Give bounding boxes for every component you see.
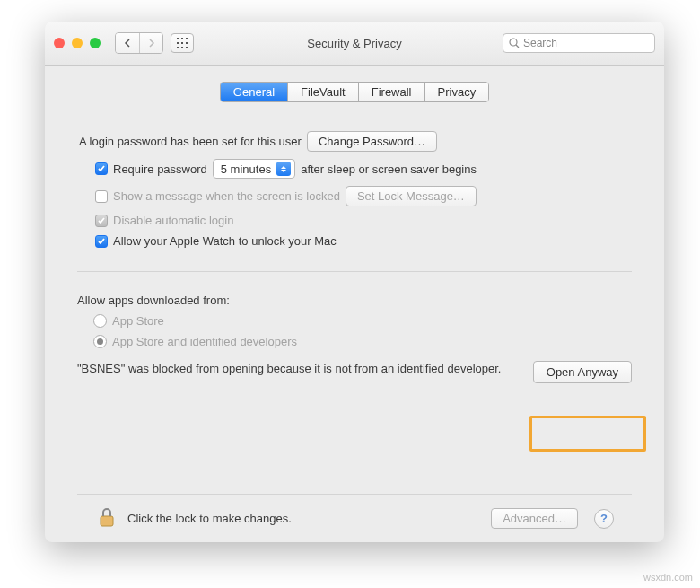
apple-watch-label: Allow your Apple Watch to unlock your Ma… [113,234,337,248]
apple-watch-checkbox[interactable] [95,235,108,248]
open-anyway-button[interactable]: Open Anyway [533,361,632,383]
preferences-window: Security & Privacy Search General FileVa… [45,22,664,542]
radio-identified-developers-label: App Store and identified developers [112,335,297,348]
after-sleep-label: after sleep or screen saver begins [301,162,477,176]
radio-app-store-label: App Store [112,314,164,328]
search-input[interactable]: Search [503,33,655,53]
back-button[interactable] [116,33,139,53]
search-icon [509,38,520,48]
tab-firewall[interactable]: Firewall [358,83,424,101]
require-password-label: Require password [113,162,207,176]
svg-rect-7 [181,47,183,48]
close-icon[interactable] [54,38,65,48]
lock-icon[interactable] [95,505,118,531]
svg-rect-5 [186,42,188,44]
show-message-label: Show a message when the screen is locked [113,189,340,203]
set-lock-message-button[interactable]: Set Lock Message… [346,186,477,206]
minimize-icon[interactable] [72,38,83,48]
allow-apps-section: Allow apps downloaded from: App Store Ap… [77,286,632,383]
tab-bar: General FileVault Firewall Privacy [77,82,632,102]
svg-point-9 [510,39,517,46]
search-placeholder: Search [523,37,557,49]
svg-rect-0 [177,38,179,39]
divider [77,271,632,272]
disable-auto-login-label: Disable automatic login [113,214,233,227]
svg-rect-8 [186,47,188,48]
lock-hint-text: Click the lock to make changes. [127,512,292,525]
login-set-text: A login password has been set for this u… [79,135,302,148]
nav-buttons [115,32,163,54]
svg-rect-4 [181,42,183,44]
show-message-checkbox[interactable] [95,190,108,203]
window-controls [54,38,101,48]
footer: Click the lock to make changes. Advanced… [77,494,632,542]
radio-identified-developers[interactable] [93,335,107,348]
chevron-updown-icon [276,162,291,176]
watermark: wsxdn.com [643,572,693,583]
tab-filevault[interactable]: FileVault [287,83,358,101]
tab-privacy[interactable]: Privacy [424,83,489,101]
forward-button[interactable] [139,33,162,53]
help-button[interactable]: ? [594,509,614,529]
zoom-icon[interactable] [90,38,101,48]
titlebar: Security & Privacy Search [45,22,664,66]
pane-body: General FileVault Firewall Privacy A log… [45,66,664,542]
delay-select[interactable]: 5 minutes [213,159,295,179]
annotation-highlight [529,416,646,452]
svg-rect-3 [177,42,179,44]
radio-app-store[interactable] [93,314,107,328]
show-all-button[interactable] [171,33,194,53]
svg-line-10 [516,45,519,48]
login-password-section: A login password has been set for this u… [77,124,632,255]
svg-rect-1 [181,38,183,39]
blocked-app-message: "BSNES" was blocked from opening because… [77,361,515,377]
disable-auto-login-checkbox[interactable] [95,215,108,227]
change-password-button[interactable]: Change Password… [307,131,437,152]
svg-rect-6 [177,47,179,48]
tab-general[interactable]: General [221,83,287,101]
advanced-button[interactable]: Advanced… [491,508,578,529]
allow-heading: Allow apps downloaded from: [77,294,230,307]
svg-rect-11 [101,516,113,526]
svg-rect-2 [186,38,188,39]
require-password-checkbox[interactable] [95,162,108,175]
